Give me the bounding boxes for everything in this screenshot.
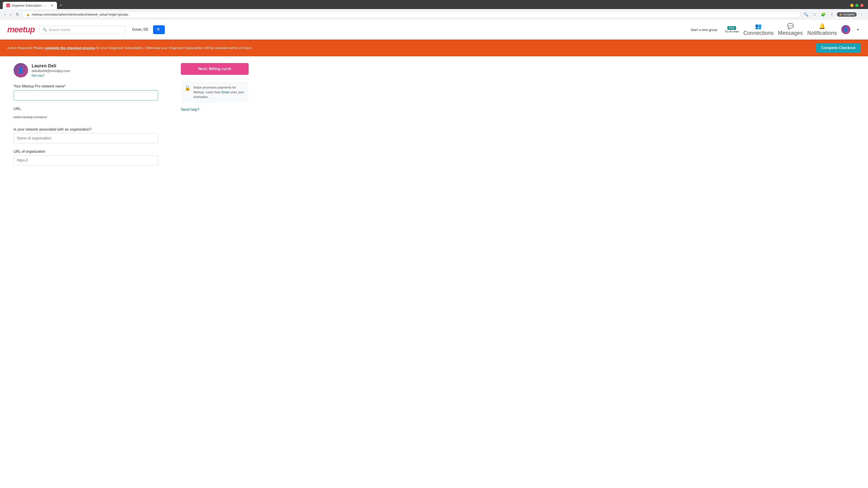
tab-title: Organizer Subscription - Netw... (12, 4, 49, 7)
pro-try-label: Try for free (725, 30, 739, 33)
network-name-group: Your Meetup Pro network name* (13, 84, 158, 101)
alert-text-before: Action Required: Please (7, 46, 44, 50)
connections-label: Connections (743, 30, 774, 36)
close-button[interactable] (860, 4, 864, 7)
bookmark-button[interactable]: ☆ (811, 11, 818, 18)
stripe-lock-icon: 🔒 (184, 85, 191, 91)
complete-checkout-button[interactable]: Complete Checkout (816, 43, 861, 53)
user-card: 👤 Lauren Deli dde4be88@moodjoy.com Not y… (13, 63, 158, 77)
maximize-button[interactable] (855, 4, 859, 7)
url-group: URL: www.meetup.com/pro/ (13, 107, 158, 121)
incognito-icon: 🕵 (839, 13, 842, 16)
menu-button[interactable]: ⋮ (858, 11, 865, 18)
stripe-info: 🔒 Stripe processes payments for Meetup. … (181, 82, 249, 103)
url-text: meetup.com/subscription/checkout/pro/net… (32, 13, 128, 16)
user-card-info: Lauren Deli dde4be88@moodjoy.com Not you… (32, 63, 70, 77)
user-card-avatar: 👤 (13, 63, 28, 77)
url-display: www.meetup.com/pro/ (13, 113, 158, 121)
need-help-link[interactable]: Need help? (181, 107, 249, 111)
active-tab[interactable]: m Organizer Subscription - Netw... ✕ (3, 2, 57, 9)
pro-badge: PRO (727, 26, 736, 30)
incognito-badge: 🕵 Incognito (837, 12, 857, 17)
address-bar[interactable]: 🔒 meetup.com/subscription/checkout/pro/n… (22, 11, 801, 18)
side-section: Next: Billing cycle 🔒 Stripe processes p… (172, 56, 258, 178)
incognito-label: Incognito (843, 13, 855, 16)
notifications-label: Notifications (807, 30, 837, 36)
alert-text-after: for your Organizer Subscription. Otherwi… (95, 46, 253, 50)
minimize-button[interactable] (850, 4, 854, 7)
main-content: 👤 Lauren Deli dde4be88@moodjoy.com Not y… (0, 56, 868, 178)
org-url-label: URL of organization (13, 150, 158, 154)
stripe-text: Stripe processes payments for Meetup. Le… (193, 85, 245, 99)
meetup-logo[interactable]: meetup (7, 25, 35, 34)
alert-text: Action Required: Please complete the che… (7, 45, 253, 51)
messages-nav[interactable]: 💬 Messages (778, 23, 803, 36)
browser-chrome: m Organizer Subscription - Netw... ✕ + ‹… (0, 0, 868, 20)
meetup-app: meetup 🔍 Search events Dover, DE 🔍 Start… (0, 20, 868, 178)
connections-icon: 👥 (755, 23, 762, 29)
stripe-link[interactable]: Stripe (221, 90, 230, 94)
connections-nav[interactable]: 👥 Connections (743, 23, 774, 36)
not-you-link[interactable]: Not you? (32, 74, 70, 77)
url-label: URL: (13, 107, 158, 111)
network-name-label: Your Meetup Pro network name* (13, 84, 158, 88)
search-submit-button[interactable]: 🔍 (153, 25, 165, 34)
form-section: 👤 Lauren Deli dde4be88@moodjoy.com Not y… (0, 56, 172, 178)
org-name-input[interactable] (13, 133, 158, 143)
start-group-button[interactable]: Start a new group (688, 26, 720, 33)
window-controls (848, 4, 865, 7)
avatar-icon: 👤 (843, 27, 848, 32)
search-placeholder: Search events (49, 28, 70, 32)
back-button[interactable]: ‹ (3, 11, 7, 18)
alert-banner: Action Required: Please complete the che… (0, 39, 868, 56)
tab-bar: m Organizer Subscription - Netw... ✕ + (0, 0, 868, 9)
user-avatar-icon: 👤 (18, 67, 24, 73)
new-tab-button[interactable]: + (58, 2, 64, 9)
pro-try-free[interactable]: PRO Try for free (725, 26, 739, 33)
user-name: Lauren Deli (32, 63, 70, 68)
user-email: dde4be88@moodjoy.com (32, 69, 70, 73)
org-label: Is your network associated with an organ… (13, 127, 158, 131)
next-billing-button[interactable]: Next: Billing cycle (181, 63, 249, 75)
tab-favicon: m (6, 4, 10, 7)
org-group: Is your network associated with an organ… (13, 127, 158, 143)
location-display: Dover, DE (132, 28, 149, 32)
forward-button[interactable]: › (8, 11, 13, 18)
notifications-icon: 🔔 (819, 23, 826, 29)
search-icon: 🔍 (43, 28, 47, 32)
org-url-group: URL of organization (13, 150, 158, 165)
search-bar[interactable]: 🔍 Search events (39, 26, 125, 34)
org-url-input[interactable] (13, 156, 158, 165)
user-avatar[interactable]: 👤 (841, 25, 850, 34)
network-name-input[interactable] (13, 90, 158, 101)
messages-label: Messages (778, 30, 803, 36)
browser-nav: ‹ › ↻ 🔒 meetup.com/subscription/checkout… (0, 9, 868, 20)
profile-button[interactable]: | (828, 11, 835, 18)
site-header: meetup 🔍 Search events Dover, DE 🔍 Start… (0, 20, 868, 39)
notifications-nav[interactable]: 🔔 Notifications (807, 23, 837, 36)
lock-icon: 🔒 (26, 13, 30, 16)
tab-close-button[interactable]: ✕ (51, 4, 53, 7)
user-menu-chevron[interactable]: ▼ (855, 27, 861, 32)
search-nav-button[interactable]: 🔍 (802, 11, 810, 18)
nav-right: 🔍 ☆ 🧩 | 🕵 Incognito ⋮ (802, 11, 865, 18)
reload-button[interactable]: ↻ (14, 11, 21, 18)
checkout-link[interactable]: complete the checkout process (44, 46, 95, 50)
extensions-button[interactable]: 🧩 (819, 11, 827, 18)
messages-icon: 💬 (787, 23, 794, 29)
